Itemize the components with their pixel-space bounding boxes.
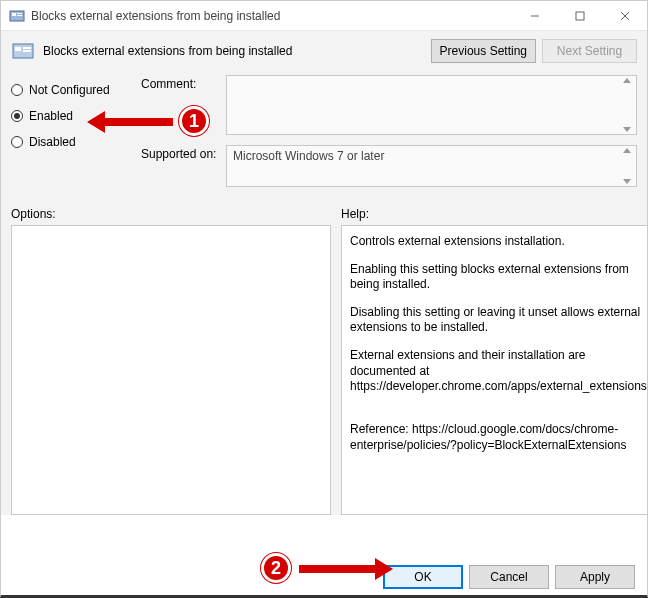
radio-dot-icon xyxy=(11,84,23,96)
help-content: Controls external extensions installatio… xyxy=(342,226,648,514)
radio-label: Not Configured xyxy=(29,83,110,97)
help-paragraph: Reference: https://cloud.google.com/docs… xyxy=(350,422,648,453)
minimize-button[interactable] xyxy=(512,1,557,30)
cancel-button[interactable]: Cancel xyxy=(469,565,549,589)
comment-input[interactable] xyxy=(226,75,637,135)
panel-labels: Options: Help: xyxy=(1,197,647,225)
window-title: Blocks external extensions from being in… xyxy=(31,9,512,23)
comment-label: Comment: xyxy=(141,75,226,91)
footer: OK Cancel Apply xyxy=(1,565,647,589)
supported-on-value: Microsoft Windows 7 or later xyxy=(226,145,637,187)
radio-dot-icon xyxy=(11,136,23,148)
supported-label: Supported on: xyxy=(141,145,226,161)
header-title: Blocks external extensions from being in… xyxy=(43,44,425,58)
scroll-down-icon[interactable] xyxy=(623,127,631,132)
help-label: Help: xyxy=(341,207,369,221)
scroll-up-icon[interactable] xyxy=(623,148,631,153)
state-radio-group: Not Configured Enabled Disabled xyxy=(11,75,141,187)
close-button[interactable] xyxy=(602,1,647,30)
policy-large-icon xyxy=(11,39,35,63)
svg-rect-3 xyxy=(17,15,22,16)
radio-disabled[interactable]: Disabled xyxy=(11,135,141,149)
supported-text: Microsoft Windows 7 or later xyxy=(233,149,384,163)
maximize-button[interactable] xyxy=(557,1,602,30)
options-label: Options: xyxy=(11,207,341,221)
next-setting-button: Next Setting xyxy=(542,39,637,63)
help-paragraph: External extensions and their installati… xyxy=(350,348,648,395)
help-paragraph: Enabling this setting blocks external ex… xyxy=(350,262,648,293)
radio-not-configured[interactable]: Not Configured xyxy=(11,83,141,97)
scroll-up-icon[interactable] xyxy=(623,78,631,83)
scroll-down-icon[interactable] xyxy=(623,179,631,184)
help-panel: Controls external extensions installatio… xyxy=(341,225,648,515)
svg-rect-9 xyxy=(15,47,21,51)
previous-setting-button[interactable]: Previous Setting xyxy=(431,39,536,63)
ok-button[interactable]: OK xyxy=(383,565,463,589)
svg-rect-5 xyxy=(576,12,584,20)
radio-dot-icon xyxy=(11,110,23,122)
svg-rect-2 xyxy=(17,13,22,14)
policy-icon xyxy=(9,8,25,24)
radio-label: Enabled xyxy=(29,109,73,123)
header: Blocks external extensions from being in… xyxy=(1,31,647,75)
radio-enabled[interactable]: Enabled xyxy=(11,109,141,123)
help-paragraph: Controls external extensions installatio… xyxy=(350,234,648,250)
radio-label: Disabled xyxy=(29,135,76,149)
titlebar: Blocks external extensions from being in… xyxy=(1,1,647,31)
svg-rect-11 xyxy=(23,50,31,52)
svg-rect-1 xyxy=(12,13,16,16)
apply-button[interactable]: Apply xyxy=(555,565,635,589)
options-panel xyxy=(11,225,331,515)
help-paragraph: Disabling this setting or leaving it uns… xyxy=(350,305,648,336)
svg-rect-10 xyxy=(23,47,31,49)
